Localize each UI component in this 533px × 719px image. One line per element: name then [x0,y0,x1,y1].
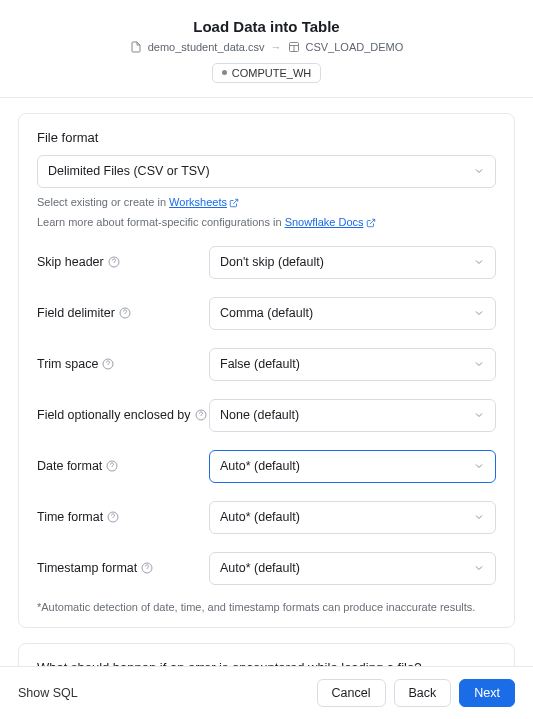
svg-line-4 [370,219,375,224]
external-link-icon [229,198,239,208]
info-icon[interactable] [106,460,118,472]
select-date-format[interactable]: Auto* (default) [209,450,496,483]
select-time-format[interactable]: Auto* (default) [209,501,496,534]
field-row-timestamp-format: Timestamp format Auto* (default) [37,552,496,585]
status-dot-icon [222,70,227,75]
field-row-field-delimiter: Field delimiter Comma (default) [37,297,496,330]
docs-link[interactable]: Snowflake Docs [285,216,364,228]
cancel-button[interactable]: Cancel [317,679,386,707]
warehouse-chip[interactable]: COMPUTE_WH [212,63,321,83]
label-time-format: Time format [37,510,209,524]
label-field-delimiter: Field delimiter [37,306,209,320]
next-button[interactable]: Next [459,679,515,707]
field-row-optionally-enclosed: Field optionally enclosed by None (defau… [37,399,496,432]
chevron-down-icon [473,358,485,370]
select-optionally-enclosed[interactable]: None (default) [209,399,496,432]
chevron-down-icon [473,256,485,268]
chevron-down-icon [473,460,485,472]
dialog-footer: Show SQL Cancel Back Next [0,666,533,719]
worksheets-link[interactable]: Worksheets [169,196,227,208]
file-format-title: File format [37,130,496,145]
field-row-skip-header: Skip header Don't skip (default) [37,246,496,279]
label-skip-header: Skip header [37,255,209,269]
warehouse-chip-label: COMPUTE_WH [232,67,311,79]
help-line-worksheets: Select existing or create in Worksheets [37,196,496,208]
file-icon [130,41,142,53]
show-sql-link[interactable]: Show SQL [18,686,78,700]
chevron-down-icon [473,165,485,177]
dialog-header: Load Data into Table demo_student_data.c… [0,0,533,93]
dialog-title: Load Data into Table [20,18,513,35]
breadcrumb-file: demo_student_data.csv [148,41,265,53]
select-trim-space[interactable]: False (default) [209,348,496,381]
table-icon [288,41,300,53]
info-icon[interactable] [119,307,131,319]
info-icon[interactable] [195,409,207,421]
label-timestamp-format: Timestamp format [37,561,209,575]
info-icon[interactable] [141,562,153,574]
select-timestamp-format[interactable]: Auto* (default) [209,552,496,585]
back-button[interactable]: Back [394,679,452,707]
svg-line-3 [233,199,238,204]
breadcrumb-table: CSV_LOAD_DEMO [306,41,404,53]
file-format-select-value: Delimited Files (CSV or TSV) [48,164,210,178]
select-skip-header[interactable]: Don't skip (default) [209,246,496,279]
field-row-date-format: Date format Auto* (default) [37,450,496,483]
field-row-time-format: Time format Auto* (default) [37,501,496,534]
header-divider [0,97,533,98]
arrow-right-icon: → [271,41,282,53]
field-row-trim-space: Trim space False (default) [37,348,496,381]
info-icon[interactable] [102,358,114,370]
file-format-select[interactable]: Delimited Files (CSV or TSV) [37,155,496,188]
info-icon[interactable] [108,256,120,268]
label-optionally-enclosed: Field optionally enclosed by [37,408,209,422]
chevron-down-icon [473,409,485,421]
help-line-docs: Learn more about format-specific configu… [37,216,496,228]
info-icon[interactable] [107,511,119,523]
chevron-down-icon [473,307,485,319]
chevron-down-icon [473,511,485,523]
breadcrumb: demo_student_data.csv → CSV_LOAD_DEMO [20,41,513,53]
select-field-delimiter[interactable]: Comma (default) [209,297,496,330]
label-trim-space: Trim space [37,357,209,371]
chevron-down-icon [473,562,485,574]
auto-detection-footnote: *Automatic detection of date, time, and … [37,601,496,613]
external-link-icon [366,218,376,228]
file-format-card: File format Delimited Files (CSV or TSV)… [18,113,515,628]
label-date-format: Date format [37,459,209,473]
